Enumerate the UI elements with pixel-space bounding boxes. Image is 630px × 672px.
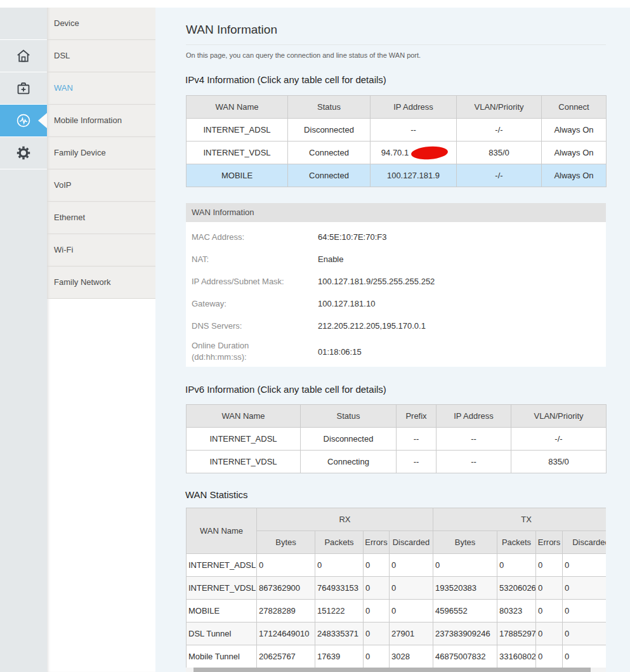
sidebar-item-wan[interactable]: WAN (47, 72, 155, 105)
ipv4-cell[interactable]: Connected (288, 164, 371, 187)
stats-row-dsl-tunnel: DSL Tunnel 17124649010 248335371 0 27901… (187, 623, 607, 645)
ipv6-cell[interactable]: -/- (511, 428, 607, 451)
rail-item-settings[interactable] (0, 137, 47, 169)
ipv4-row-internet-adsl: INTERNET_ADSL Disconnected -- -/- Always… (187, 119, 607, 142)
sidebar-menu: Device DSL WAN Mobile Information Family… (47, 8, 155, 672)
ipv6-cell[interactable]: Disconnected (301, 428, 397, 451)
ipv4-cell[interactable]: Always On (542, 142, 607, 164)
ipv4-cell[interactable]: INTERNET_VDSL (187, 142, 288, 164)
ipv6-cell[interactable]: INTERNET_ADSL (187, 428, 301, 451)
ipv4-cell-redacted-ip[interactable]: 94.70.1 (371, 142, 457, 164)
field-value: 100.127.181.10 (318, 299, 375, 308)
stats-cell: 0 (364, 577, 390, 600)
ipv4-cell[interactable]: MOBILE (187, 164, 288, 187)
ipv4-cell[interactable]: Always On (542, 164, 607, 187)
wan-information-card-body: MAC Address: 64:5E:10:7E:70:F3 NAT: Enab… (186, 222, 606, 366)
stats-cell: 764933153 (315, 577, 364, 600)
ipv6-header-row: WAN Name Status Prefix IP Address VLAN/P… (187, 405, 607, 428)
ipv4-cell[interactable]: 835/0 (457, 142, 542, 164)
ipv4-cell[interactable]: 100.127.181.9 (371, 164, 457, 187)
sidebar-item-wifi[interactable]: Wi-Fi (47, 234, 155, 267)
stats-cell: 0 (563, 623, 607, 645)
stats-cell: 3028 (390, 645, 433, 668)
stats-cell: 178852971 (497, 623, 536, 645)
ipv4-cell[interactable]: -/- (457, 119, 542, 142)
stats-cell: 46875007832 (433, 645, 497, 668)
ipv4-cell[interactable]: Disconnected (288, 119, 371, 142)
field-label: MAC Address: (192, 232, 318, 243)
ipv4-cell[interactable]: -/- (457, 164, 542, 187)
stats-cell: 0 (364, 554, 390, 577)
horizontal-scrollbar-thumb[interactable] (194, 668, 591, 672)
horizontal-scrollbar-track[interactable] (186, 668, 606, 672)
ipv6-cell[interactable]: -- (397, 451, 436, 473)
field-value: 64:5E:10:7E:70:F3 (318, 232, 386, 242)
ipv6-cell[interactable]: 835/0 (511, 451, 607, 473)
sidebar-item-ethernet[interactable]: Ethernet (47, 202, 155, 234)
ipv6-cell[interactable]: Connecting (301, 451, 397, 473)
ipv6-cell[interactable]: -- (436, 428, 511, 451)
page-title: WAN Information (186, 23, 277, 37)
stats-cell: INTERNET_VDSL (187, 577, 257, 600)
icon-rail (0, 8, 47, 672)
settings-icon (15, 145, 32, 161)
ipv6-col-status: Status (301, 405, 397, 428)
ipv4-col-vlan-priority: VLAN/Priority (457, 96, 542, 119)
ipv6-cell[interactable]: INTERNET_VDSL (187, 451, 301, 473)
field-online-duration: Online Duration(dd:hh:mm:ss): 01:18:06:1… (192, 337, 606, 366)
field-value: 01:18:06:15 (318, 347, 362, 357)
field-nat: NAT: Enable (192, 248, 606, 270)
sidebar-item-device[interactable]: Device (47, 8, 155, 40)
ipv6-section-heading: IPv6 Information (Click any table cell f… (185, 384, 386, 395)
field-value: 100.127.181.9/255.255.255.252 (318, 277, 435, 286)
ipv6-row-internet-adsl: INTERNET_ADSL Disconnected -- -- -/- (187, 428, 607, 451)
stats-cell: 0 (390, 577, 433, 600)
ipv4-cell[interactable]: Connected (288, 142, 371, 164)
ipv4-cell[interactable]: Always On (542, 119, 607, 142)
diagnose-icon (15, 80, 32, 96)
stats-cell: 248335371 (315, 623, 364, 645)
stats-row-mobile: MOBILE 27828289 151222 0 0 4596552 80323… (187, 600, 607, 623)
ipv6-cell[interactable]: -- (397, 428, 436, 451)
sidebar-item-family-network[interactable]: Family Network (47, 267, 155, 299)
stats-cell: 80323 (497, 600, 536, 623)
field-gateway: Gateway: 100.127.181.10 (192, 293, 606, 315)
wan-information-page: Device DSL WAN Mobile Information Family… (0, 0, 630, 672)
sidebar-item-dsl[interactable]: DSL (47, 40, 155, 72)
rail-item-diagnose[interactable] (0, 72, 47, 105)
field-mac-address: MAC Address: 64:5E:10:7E:70:F3 (192, 226, 606, 248)
field-label: Online Duration(dd:hh:mm:ss): (192, 340, 318, 362)
stats-cell: 0 (536, 554, 563, 577)
sidebar-item-mobile-information[interactable]: Mobile Information (47, 105, 155, 137)
ipv4-col-connect: Connect (542, 96, 607, 119)
stats-cell: 237383909246 (433, 623, 497, 645)
ipv6-table: WAN Name Status Prefix IP Address VLAN/P… (186, 404, 607, 473)
ipv6-col-prefix: Prefix (397, 405, 436, 428)
stats-cell: 193520383 (433, 577, 497, 600)
field-dns-servers: DNS Servers: 212.205.212.205,195.170.0.1 (192, 315, 606, 337)
stats-cell: 532060262 (497, 577, 536, 600)
field-label: DNS Servers: (192, 320, 318, 332)
ipv6-col-vlan-priority: VLAN/Priority (511, 405, 607, 428)
stats-col-rx-discarded: Discarded (390, 531, 433, 554)
stats-cell: MOBILE (187, 600, 257, 623)
stats-col-rx-packets: Packets (315, 531, 364, 554)
rail-item-home[interactable] (0, 40, 47, 72)
stats-cell: 0 (364, 645, 390, 668)
ipv4-col-ip-address: IP Address (371, 96, 457, 119)
sidebar-item-family-device[interactable]: Family Device (47, 137, 155, 169)
stats-cell: 867362900 (257, 577, 315, 600)
ipv4-cell[interactable]: -- (371, 119, 457, 142)
stats-table-viewport: WAN Name RX TX Bytes Packets Errors Disc… (186, 508, 606, 668)
stats-cell: 0 (563, 645, 607, 668)
ipv4-cell[interactable]: INTERNET_ADSL (187, 119, 288, 142)
ipv4-table: WAN Name Status IP Address VLAN/Priority… (186, 95, 607, 187)
sidebar-item-voip[interactable]: VoIP (47, 169, 155, 202)
stats-cell: 0 (364, 623, 390, 645)
stats-cell: INTERNET_ADSL (187, 554, 257, 577)
stats-cell: DSL Tunnel (187, 623, 257, 645)
ipv4-section-heading: IPv4 Information (Click any table cell f… (185, 74, 386, 85)
ipv6-cell[interactable]: -- (436, 451, 511, 473)
page-description: On this page, you can query the connecti… (186, 51, 421, 59)
stats-cell: 0 (536, 645, 563, 668)
